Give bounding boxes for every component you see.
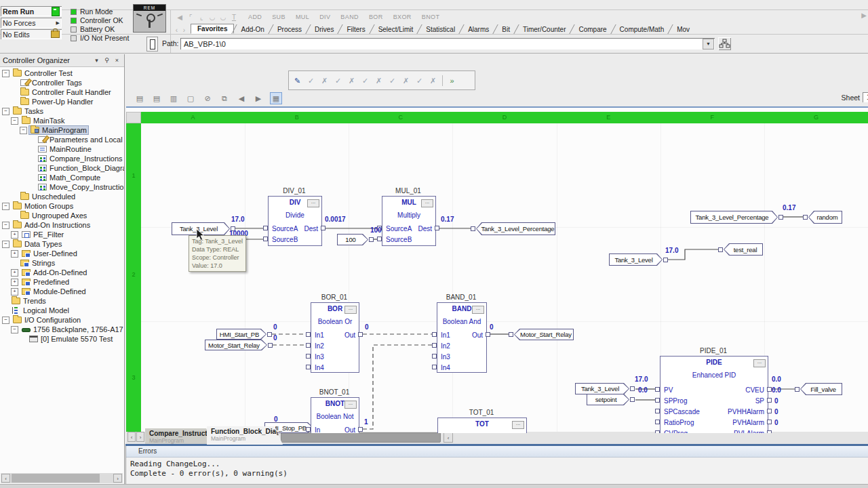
tree-item-content[interactable]: Controller Test [12, 69, 74, 77]
instr-button-band[interactable]: BAND [338, 14, 361, 20]
tree-item-function-block-diagram[interactable]: Function_Block_Diagram [0, 163, 124, 173]
collapse-icon[interactable]: − [2, 317, 9, 324]
tag-monitor-icon[interactable]: ▥ [168, 93, 179, 104]
tree-item-content[interactable]: [0] Emulate 5570 Test [28, 335, 114, 343]
tree-item-module-defined[interactable]: +Module-Defined [0, 287, 124, 296]
tree-item-content[interactable]: Trends [10, 297, 47, 305]
ref-tank-3-level-percentage[interactable]: Tank_3_Level_Percentage [690, 211, 778, 224]
tree-item-user-defined[interactable]: +User-Defined [0, 249, 124, 258]
tag-listing-icon[interactable]: ▤ [134, 93, 145, 104]
expand-icon[interactable]: + [11, 250, 18, 258]
instr-button-add[interactable]: ADD [246, 14, 264, 20]
tree-item-content[interactable]: Add-On-Defined [20, 268, 89, 277]
tree-item-motion-groups[interactable]: −Motion Groups [0, 201, 124, 211]
collapse-icon[interactable]: − [2, 222, 9, 229]
block-input-pin[interactable] [655, 398, 660, 403]
cancel-edits-icon[interactable]: ✗ [346, 75, 357, 87]
block-input-pin[interactable] [377, 237, 382, 241]
block-input-pin[interactable] [432, 354, 437, 359]
fbd-block-bor-01[interactable]: BOR...Boolean OrIn1In2In3In4Out [311, 302, 359, 373]
abandon-edits-icon[interactable]: ✗ [427, 75, 439, 87]
scrollbar-thumb[interactable] [281, 432, 441, 443]
fbd-block-mul-01[interactable]: MUL...MultiplySourceASourceBDest [382, 196, 436, 246]
block-input-pin[interactable] [655, 409, 660, 413]
ref-hmi-start-pb[interactable]: HMI_Start_PB [216, 329, 267, 340]
tabs-scroll-right-icon[interactable]: › [180, 26, 188, 34]
tree-item-trends[interactable]: Trends [0, 296, 124, 306]
who-active-button[interactable] [718, 37, 731, 50]
tree-item-content[interactable]: MainTask [20, 117, 66, 125]
forces-dropdown-icon[interactable]: ▶ [56, 20, 60, 26]
routine-tab-function-block-diagram[interactable]: Function_Block_DiagramMainProgram [207, 426, 283, 445]
organizer-menu-icon[interactable]: ▾ [92, 57, 101, 64]
delete-sheet-icon[interactable]: ⊘ [202, 93, 213, 104]
wire-tool-icon[interactable]: ⌞ [196, 14, 207, 21]
ref-input-pin[interactable] [471, 226, 475, 231]
block-input-pin[interactable] [306, 332, 311, 337]
collapse-icon[interactable]: − [20, 127, 27, 134]
iref-tool-icon[interactable]: ◡ [207, 14, 218, 21]
ref-output-pin[interactable] [630, 397, 635, 402]
tree-item-controller-tags[interactable]: Controller Tags [0, 78, 124, 87]
instr-button-div[interactable]: DIV [317, 14, 332, 20]
tree-item-0-emulate-5570-test[interactable]: [0] Emulate 5570 Test [0, 334, 124, 344]
organizer-titlebar[interactable]: Controller Organizer ▾ ⚲ × [0, 54, 124, 67]
tree-item-maintask[interactable]: −MainTask [0, 116, 124, 125]
untest-accepted-edits-icon[interactable]: ✗ [373, 75, 384, 87]
block-properties-button[interactable]: ... [307, 199, 319, 207]
ref-output-pin[interactable] [663, 258, 668, 262]
grid-toggle-icon[interactable]: ▦ [270, 92, 282, 104]
fbd-block-div-01[interactable]: DIV...DivideSourceASourceBDest [268, 196, 322, 246]
tree-item-move-copy-instructions[interactable]: Move_Copy_Instructions [0, 182, 124, 192]
ref-output-pin[interactable] [369, 237, 374, 242]
tree-item-mainprogram[interactable]: −MainProgram [0, 125, 124, 135]
block-output-pin[interactable] [486, 332, 490, 337]
collapse-icon[interactable]: − [2, 203, 9, 210]
block-output-pin[interactable] [321, 226, 326, 230]
block-output-pin[interactable] [767, 420, 772, 424]
routine-tab-compare-instructions[interactable]: Compare_InstructionsMainProgram [145, 428, 214, 444]
textbox-tool-icon[interactable]: T [229, 14, 239, 21]
palette-tab-mov[interactable]: Mov [671, 25, 696, 34]
collapse-icon[interactable]: − [2, 108, 9, 115]
expand-icon[interactable]: + [11, 231, 18, 239]
tree-item-strings[interactable]: Strings [0, 258, 124, 268]
tag-editor-icon[interactable]: ▤ [151, 93, 162, 104]
scrollbar-thumb[interactable] [12, 474, 100, 483]
tree-item-content[interactable]: Controller Tags [19, 79, 83, 87]
tabs-scroll-left-icon[interactable]: ‹ [127, 432, 136, 442]
palette-tab-timer-counter[interactable]: Timer/Counter [517, 25, 572, 34]
palette-tab-alarms[interactable]: Alarms [462, 25, 495, 34]
test-accepted-edits-icon[interactable]: ✓ [359, 75, 371, 87]
errors-panel-header[interactable]: Errors [126, 446, 868, 458]
close-icon[interactable]: × [113, 57, 121, 64]
accept-edits-icon[interactable]: ✓ [332, 75, 344, 87]
tree-item-ungrouped-axes[interactable]: Ungrouped Axes [0, 211, 124, 220]
tree-item-mainroutine[interactable]: MainRoutine [0, 144, 124, 154]
start-pending-edits-icon[interactable]: ✎ [292, 75, 303, 87]
tree-item-1756-backplane-1756-a17[interactable]: −1756 Backplane, 1756-A17 [0, 325, 124, 334]
ref-output-pin[interactable] [267, 332, 272, 337]
sheet-number-input[interactable]: 1 [863, 92, 868, 102]
collapse-icon[interactable]: − [2, 70, 9, 77]
tree-item-content[interactable]: Tasks [12, 107, 45, 115]
tree-item-data-types[interactable]: −Data Types [0, 239, 124, 249]
tree-item-content[interactable]: MainProgram [29, 126, 88, 134]
block-output-pin[interactable] [767, 430, 772, 433]
collapse-icon[interactable]: − [11, 117, 18, 125]
navigate-edits-icon[interactable]: » [446, 75, 458, 87]
tree-item-content[interactable]: Move_Copy_Instructions [37, 183, 124, 191]
sheet-properties-icon[interactable]: ⧉ [219, 93, 230, 104]
next-sheet-icon[interactable]: ▶ [253, 93, 264, 104]
block-input-pin[interactable] [306, 354, 311, 359]
tree-item-content[interactable]: Unscheduled [19, 192, 77, 201]
ref-motor-start-relay[interactable]: Motor_Start_Relay [514, 329, 574, 340]
tree-item-i-o-configuration[interactable]: −I/O Configuration [0, 315, 124, 325]
block-input-pin[interactable] [655, 430, 660, 433]
block-input-pin[interactable] [432, 332, 437, 337]
palette-tab-select-limit[interactable]: Select/Limit [372, 25, 420, 34]
tree-item-content[interactable]: Function_Block_Diagram [37, 164, 124, 172]
tree-item-add-on-instructions[interactable]: −Add-On Instructions [0, 220, 124, 230]
tree-item-content[interactable]: User-Defined [20, 249, 79, 258]
oref-tool-icon[interactable]: ◡ [218, 14, 229, 21]
